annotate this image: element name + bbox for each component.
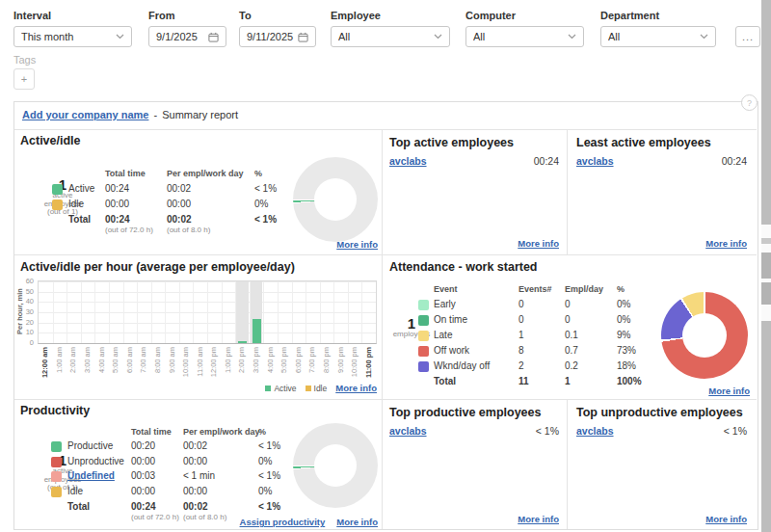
cell: 0	[518, 314, 524, 325]
panel-title: Attendance - work started	[389, 260, 538, 274]
more-info-link[interactable]: More info	[705, 514, 747, 524]
cell: 00:20	[131, 440, 155, 451]
help-icon[interactable]: ?	[741, 94, 758, 111]
undefined-swatch	[51, 471, 62, 482]
y-tick-label: 30	[26, 307, 34, 316]
employee-link[interactable]: avclabs	[389, 425, 427, 437]
add-tag-button[interactable]: +	[13, 68, 35, 90]
row-label: On time	[434, 314, 467, 325]
department-label: Department	[600, 10, 716, 21]
hourly-bar-chart	[38, 280, 377, 344]
panel-title: Productivity	[20, 404, 90, 417]
col-event: Event	[434, 284, 458, 294]
more-info-link[interactable]: More info	[518, 514, 559, 524]
cell: 00:00	[183, 486, 207, 496]
productivity-donut-chart	[293, 423, 378, 508]
scrollbar-thumb[interactable]	[761, 321, 771, 532]
more-info-link[interactable]: More info	[705, 238, 747, 249]
chevron-down-icon	[116, 34, 124, 40]
interval-label: Interval	[13, 10, 132, 21]
employee-link[interactable]: avclabs	[389, 155, 427, 167]
gridline	[263, 281, 264, 343]
more-info-link[interactable]: More info	[336, 517, 378, 527]
legend-label: Active	[274, 384, 296, 393]
cell: 0.7	[565, 345, 578, 356]
col-per-day: Per empl/work day	[167, 169, 244, 178]
computer-filter: Computer All	[465, 10, 584, 47]
employee-value: < 1%	[536, 425, 559, 437]
employee-link[interactable]: avclabs	[576, 155, 614, 167]
scrollbar-thumb[interactable]	[761, 0, 771, 225]
more-info-link[interactable]: More info	[708, 386, 750, 396]
employee-select[interactable]: All	[331, 26, 450, 47]
active-bar	[238, 341, 247, 343]
more-filters-button[interactable]: ...	[735, 26, 760, 47]
panel-title: Active/idle	[20, 134, 81, 147]
total-note: (out of 72.0 h)	[131, 513, 179, 521]
col-pct: %	[617, 284, 625, 294]
gridline	[109, 281, 110, 343]
x-axis-label: 9:00 am	[168, 347, 176, 373]
attendance-donut-chart	[661, 292, 748, 379]
panel-title: Top active employees	[389, 136, 514, 149]
employee-link[interactable]: avclabs	[576, 425, 614, 437]
gridline	[222, 281, 223, 343]
total-cell: 00:02	[183, 501, 208, 512]
report-header: Add your company name - Summary report	[22, 109, 238, 120]
header-separator: -	[153, 109, 157, 120]
cell: 0%	[254, 199, 268, 209]
scrollbar-mark	[761, 282, 771, 305]
total-cell: 1	[565, 376, 571, 386]
y-tick-label: 20	[26, 318, 34, 327]
total-label: Total	[68, 214, 91, 225]
gridline	[151, 281, 152, 343]
interval-select[interactable]: This month	[13, 26, 132, 47]
x-axis-label: 3:00 am	[83, 347, 92, 373]
x-axis-label: 6:00 pm	[294, 347, 303, 373]
highlight-column	[236, 281, 249, 343]
active-swatch	[265, 386, 271, 391]
x-axis-label: 5:00 pm	[279, 347, 288, 373]
gridline	[165, 281, 166, 343]
cell: 0%	[258, 486, 272, 496]
company-name-link[interactable]: Add your company name	[22, 109, 148, 120]
department-value: All	[608, 31, 696, 42]
report-container: Add your company name - Summary report A…	[13, 101, 758, 530]
cell: 0.2	[565, 360, 578, 371]
more-info-link[interactable]: More info	[518, 238, 559, 249]
computer-select[interactable]: All	[465, 26, 584, 47]
x-axis-label: 1:00 am	[55, 347, 64, 373]
cell: 00:00	[183, 456, 207, 466]
y-tick-label: 60	[26, 277, 34, 285]
from-date-input[interactable]: 9/1/2025	[148, 26, 226, 47]
panel-links: Assign productivity More info	[240, 517, 378, 527]
to-date-value: 9/11/2025	[247, 31, 294, 42]
chart-legend: Active Idle More info	[265, 383, 377, 393]
donut-hole	[682, 313, 727, 358]
department-filter: Department All	[600, 10, 716, 47]
cell: 00:00	[131, 486, 155, 496]
to-date-input[interactable]: 9/11/2025	[239, 26, 316, 47]
computer-value: All	[473, 31, 564, 42]
employee-filter: Employee All	[331, 10, 450, 47]
productive-swatch	[51, 441, 62, 452]
interval-value: This month	[21, 31, 112, 42]
department-select[interactable]: All	[600, 26, 716, 47]
legend-idle: Idle	[306, 384, 328, 393]
off-work-swatch	[418, 346, 429, 357]
more-info-link[interactable]: More info	[336, 239, 378, 250]
undefined-link[interactable]: Undefined	[67, 470, 115, 481]
on-time-swatch	[418, 315, 429, 326]
more-info-link[interactable]: More info	[335, 383, 377, 393]
unproductive-swatch	[51, 457, 62, 467]
calendar-icon[interactable]	[298, 32, 308, 42]
employee-value: 00:24	[722, 155, 747, 167]
row-label: Productive	[67, 440, 113, 451]
tags-label: Tags	[13, 54, 36, 66]
assign-productivity-link[interactable]: Assign productivity	[240, 517, 326, 527]
calendar-icon[interactable]	[208, 32, 219, 42]
col-per-day: Per empl/work day	[183, 427, 260, 437]
scrollbar-mark	[761, 253, 771, 279]
weekend-swatch	[418, 361, 429, 372]
x-axis-label: 7:00 am	[139, 347, 147, 373]
